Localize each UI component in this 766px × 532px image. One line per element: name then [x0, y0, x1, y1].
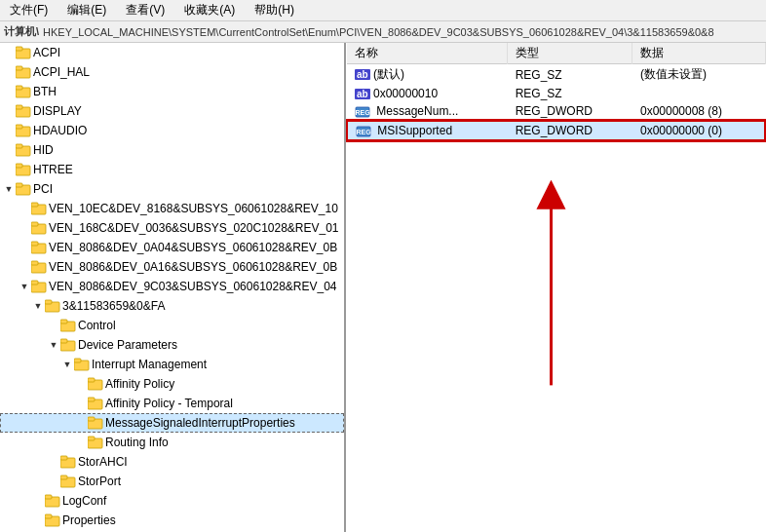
tree-label-acpi-hal: ACPI_HAL — [33, 63, 90, 81]
ab-icon: ab — [355, 69, 370, 80]
tree-label-msi-props: MessageSignaledInterruptProperties — [105, 414, 295, 432]
svg-text:REG: REG — [356, 129, 371, 135]
svg-rect-21 — [31, 242, 38, 246]
tree-label-logconf: LogConf — [62, 492, 106, 510]
svg-text:REG: REG — [355, 109, 370, 116]
values-panel[interactable]: 名称 类型 数据 ab (默认) REG_SZ (数值未设置) — [346, 43, 766, 532]
tree-node-msi-props[interactable]: MessageSignaledInterruptProperties — [0, 413, 344, 433]
tree-label-pci: PCI — [33, 180, 53, 198]
menu-file[interactable]: 文件(F) — [4, 0, 54, 20]
value-name-cell: ab (默认) — [347, 64, 508, 86]
tree-node-ven8086a16[interactable]: VEN_8086&DEV_0A16&SUBSYS_06061028&REV_0B — [0, 257, 344, 277]
table-row[interactable]: ab 0x00000010 REG_SZ — [347, 85, 765, 102]
svg-rect-11 — [16, 144, 22, 148]
tree-node-affinity-temporal[interactable]: Affinity Policy - Temporal — [0, 394, 344, 413]
tree-label-ven8086a04: VEN_8086&DEV_0A04&SUBSYS_06061028&REV_0B — [49, 239, 337, 256]
tree-node-acpi-hal[interactable]: ACPI_HAL — [0, 62, 344, 82]
folder-icon-ven168c — [31, 221, 47, 235]
menu-edit[interactable]: 编辑(E) — [61, 0, 112, 20]
tree-label-routing-info: Routing Info — [105, 434, 169, 451]
folder-icon-acpi — [16, 46, 31, 59]
folder-icon-display — [16, 104, 31, 118]
tree-node-htree[interactable]: HTREE — [0, 160, 344, 179]
svg-rect-1 — [16, 47, 22, 51]
svg-rect-9 — [16, 125, 22, 129]
tree-node-acpi[interactable]: ACPI — [0, 43, 344, 62]
tree-node-ven8086-9c03[interactable]: ▼ VEN_8086&DEV_9C03&SUBSYS_06061028&REV_… — [0, 277, 344, 296]
tree-node-ven168c[interactable]: VEN_168C&DEV_0036&SUBSYS_020C1028&REV_01 — [0, 218, 344, 238]
tree-label-ven168c: VEN_168C&DEV_0036&SUBSYS_020C1028&REV_01 — [49, 219, 339, 237]
svg-rect-47 — [45, 495, 52, 499]
tree-label-hdaudio: HDAUDIO — [33, 122, 87, 139]
tree-node-bth[interactable]: BTH — [0, 82, 344, 101]
tree-label-interrupt-mgmt: Interrupt Management — [92, 356, 207, 373]
right-panel-wrapper: 名称 类型 数据 ab (默认) REG_SZ (数值未设置) — [346, 43, 766, 532]
folder-icon-logconf — [45, 494, 60, 508]
tree-node-display[interactable]: DISPLAY — [0, 101, 344, 121]
tree-label-device-params: Device Parameters — [78, 336, 177, 354]
svg-rect-15 — [16, 183, 22, 187]
tree-node-properties[interactable]: Properties — [0, 511, 344, 530]
menubar: 文件(F) 编辑(E) 查看(V) 收藏夹(A) 帮助(H) — [0, 0, 766, 21]
tree-node-hdaudio[interactable]: HDAUDIO — [0, 121, 344, 140]
tree-label-storport: StorPort — [78, 473, 121, 490]
value-name-cell: ab 0x00000010 — [347, 85, 508, 102]
svg-rect-27 — [45, 300, 52, 304]
folder-icon-routing-info — [88, 436, 103, 449]
tree-node-control[interactable]: Control — [0, 316, 344, 335]
tree-label-affinity-temporal: Affinity Policy - Temporal — [105, 395, 233, 412]
folder-icon-device-params — [60, 338, 76, 352]
svg-rect-17 — [31, 203, 38, 207]
tree-label-control: Control — [78, 317, 116, 334]
folder-icon-hid — [16, 143, 31, 157]
folder-icon-msi-props — [88, 416, 103, 430]
col-header-name: 名称 — [347, 43, 508, 64]
addressbar: 计算机\ HKEY_LOCAL_MACHINE\SYSTEM\CurrentCo… — [0, 21, 766, 43]
table-row[interactable]: REG MessageNum... REG_DWORD 0x00000008 (… — [347, 102, 765, 121]
svg-rect-35 — [88, 378, 95, 382]
tree-label-display: DISPLAY — [33, 102, 82, 120]
folder-icon-ven8086a04 — [31, 241, 47, 254]
addressbar-path: HKEY_LOCAL_MACHINE\SYSTEM\CurrentControl… — [43, 26, 714, 38]
expander-pci: ▼ — [2, 180, 16, 198]
col-header-type: 类型 — [508, 43, 632, 64]
tree-node-storport[interactable]: StorPort — [0, 472, 344, 491]
reg-icon: REG — [355, 106, 370, 118]
table-row[interactable]: ab (默认) REG_SZ (数值未设置) — [347, 64, 765, 86]
registry-tree[interactable]: ACPI ACPI_HAL BTH — [0, 43, 346, 532]
svg-rect-23 — [31, 261, 38, 265]
value-name-cell: REG MSISupported — [347, 121, 508, 140]
menu-help[interactable]: 帮助(H) — [249, 0, 300, 20]
value-name: 0x00000010 — [373, 87, 438, 100]
expander-device-params: ▼ — [47, 336, 60, 354]
addressbar-prefix: 计算机\ — [4, 24, 39, 39]
svg-rect-7 — [16, 105, 22, 109]
tree-node-affinity-policy[interactable]: Affinity Policy — [0, 374, 344, 394]
tree-node-ven8086a04[interactable]: VEN_8086&DEV_0A04&SUBSYS_06061028&REV_0B — [0, 238, 344, 257]
value-name: MessageNum... — [376, 104, 458, 118]
tree-node-pci[interactable]: ▼ PCI — [0, 179, 344, 199]
svg-rect-3 — [16, 66, 22, 70]
value-data-cell: 0x00000000 (0) — [632, 121, 765, 140]
tree-node-routing-info[interactable]: Routing Info — [0, 433, 344, 452]
tree-node-ven10ec[interactable]: VEN_10EC&DEV_8168&SUBSYS_06061028&REV_10 — [0, 199, 344, 218]
folder-icon-affinity-temporal — [88, 397, 103, 410]
tree-node-device-params[interactable]: ▼ Device Parameters — [0, 335, 344, 355]
tree-node-hid[interactable]: HID — [0, 140, 344, 160]
menu-view[interactable]: 查看(V) — [120, 0, 171, 20]
tree-node-inst3[interactable]: ▼ 3&11583659&0&FA — [0, 296, 344, 316]
tree-node-storahci[interactable]: StorAHCI — [0, 452, 344, 472]
tree-node-logconf[interactable]: LogConf — [0, 491, 344, 511]
tree-label-properties: Properties — [62, 512, 116, 529]
value-type-cell: REG_SZ — [508, 85, 632, 102]
folder-icon-control — [60, 319, 76, 332]
menu-favorites[interactable]: 收藏夹(A) — [178, 0, 241, 20]
tree-node-interrupt-mgmt[interactable]: ▼ Interrupt Management — [0, 355, 344, 374]
value-name: (默认) — [373, 67, 404, 81]
ab-icon: ab — [355, 89, 370, 99]
table-row-msi-supported[interactable]: REG MSISupported REG_DWORD 0x00000000 (0… — [347, 121, 765, 140]
svg-rect-25 — [31, 281, 38, 285]
value-type-cell: REG_DWORD — [508, 102, 632, 121]
value-type-cell: REG_SZ — [508, 64, 632, 86]
folder-icon-ven8086a16 — [31, 260, 47, 274]
